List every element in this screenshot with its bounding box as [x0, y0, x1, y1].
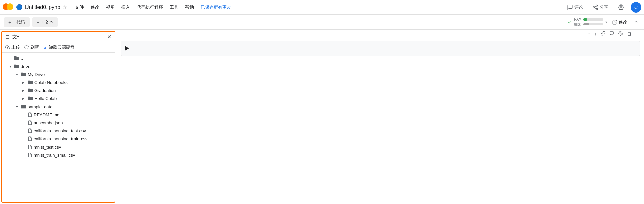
- tree-label-mnist-test: mnist_test.csv: [34, 145, 61, 150]
- edit-button[interactable]: 修改: [610, 18, 630, 27]
- tree-label-drive: drive: [21, 64, 30, 69]
- menu-file[interactable]: 文件: [72, 3, 87, 12]
- chevron-mydrive: [15, 73, 19, 76]
- refresh-label: 刷新: [30, 44, 39, 50]
- cell-content-area[interactable]: [133, 41, 640, 56]
- menu-runtime[interactable]: 代码执行程序: [134, 3, 166, 12]
- tree-item-drive[interactable]: drive: [2, 62, 115, 70]
- tree-label-sample-data: sample_data: [28, 104, 52, 109]
- disk-row: 磁盘: [574, 22, 603, 27]
- tree-item-mydrive[interactable]: My Drive: [2, 70, 115, 78]
- sidebar-close-button[interactable]: ✕: [107, 34, 111, 40]
- add-text-label: + 文本: [41, 19, 53, 25]
- svg-line-6: [594, 6, 596, 7]
- star-icon[interactable]: ☆: [62, 4, 67, 10]
- notebook-area: ↑ ↓ 🗑 ⋮: [117, 30, 644, 204]
- svg-point-2: [596, 5, 598, 6]
- menu-view[interactable]: 视图: [103, 3, 117, 12]
- chevron-drive: [9, 65, 13, 68]
- tree-item-graduation[interactable]: Graduation: [2, 86, 115, 94]
- upload-icon: [5, 45, 10, 50]
- unmount-drive-button[interactable]: ▲ 卸载云端硬盘: [43, 44, 75, 50]
- sidebar-menu-icon[interactable]: ☰: [5, 34, 10, 40]
- header-right: 评论 分享 C: [564, 2, 641, 13]
- code-cell: [121, 41, 640, 56]
- unmount-label: 卸载云端硬盘: [49, 44, 75, 50]
- refresh-button[interactable]: 刷新: [24, 44, 39, 50]
- settings-cell-icon[interactable]: [617, 30, 624, 37]
- delete-cell-icon[interactable]: 🗑: [626, 30, 633, 37]
- add-code-button[interactable]: + + 代码: [4, 17, 30, 27]
- tree-item-sample-data[interactable]: sample_data: [2, 103, 115, 111]
- menu-tools[interactable]: 工具: [167, 3, 181, 12]
- disk-bar-track: [583, 23, 603, 25]
- tree-item-mnist-train[interactable]: mnist_train_small.csv: [2, 151, 115, 159]
- ram-label: RAM: [574, 17, 582, 21]
- collapse-button[interactable]: [633, 18, 640, 26]
- tree-item-hello-colab[interactable]: Hello Colab: [2, 94, 115, 103]
- add-code-label: + 代码: [13, 19, 25, 25]
- file-icon-mnist-test: [28, 144, 32, 150]
- upload-label: 上传: [11, 44, 20, 50]
- tree-label-mydrive: My Drive: [28, 72, 45, 77]
- ram-bar-track: [583, 18, 603, 21]
- svg-point-4: [596, 8, 598, 10]
- comment-cell-icon[interactable]: [608, 30, 615, 37]
- share-button[interactable]: 分享: [590, 3, 611, 12]
- main-layout: ☰ 文件 ✕ 上传 刷新 ▲ 卸载云端硬盘: [0, 30, 644, 204]
- comment-button[interactable]: 评论: [564, 3, 586, 12]
- tree-label-anscombe: anscombe.json: [34, 120, 63, 125]
- app-header: 🔵 Untitled0.ipynb ☆ 文件 修改 视图 插入 代码执行程序 工…: [0, 0, 644, 15]
- menu-help[interactable]: 帮助: [182, 3, 197, 12]
- user-avatar[interactable]: C: [631, 2, 641, 13]
- tree-item-readme[interactable]: README.md: [2, 111, 115, 119]
- ram-bar-fill: [583, 18, 587, 21]
- disk-bar-fill: [583, 23, 589, 25]
- tree-item-ca-test[interactable]: california_housing_test.csv: [2, 127, 115, 135]
- resource-indicator[interactable]: RAM 磁盘 ▾: [567, 17, 607, 27]
- tree-item-dotdot[interactable]: ..: [2, 54, 115, 62]
- tree-item-ca-train[interactable]: california_housing_train.csv: [2, 135, 115, 143]
- svg-point-3: [593, 6, 595, 8]
- comment-icon: [567, 4, 573, 10]
- link-icon[interactable]: [600, 30, 606, 37]
- folder-icon-hello-colab: [28, 96, 33, 101]
- menu-bar: 文件 修改 视图 插入 代码执行程序 工具 帮助 已保存所有更改: [72, 3, 231, 12]
- settings-button[interactable]: [615, 3, 627, 12]
- chevron-colab-notebooks: [22, 81, 26, 84]
- svg-point-7: [620, 6, 622, 8]
- folder-icon-dotdot: [14, 55, 19, 61]
- tree-label-colab-notebooks: Colab Notebooks: [34, 80, 68, 85]
- run-cell-button[interactable]: [121, 41, 133, 56]
- file-icon-ca-test: [28, 128, 32, 133]
- doc-title-group: 🔵 Untitled0.ipynb ☆: [16, 4, 67, 10]
- disk-label: 磁盘: [574, 22, 582, 27]
- pencil-icon: [612, 20, 617, 25]
- share-label: 分享: [600, 4, 608, 10]
- tree-label-ca-test: california_housing_test.csv: [34, 128, 86, 133]
- move-down-icon[interactable]: ↓: [593, 30, 598, 37]
- cell-toolbar: ↑ ↓ 🗑 ⋮: [117, 30, 644, 38]
- refresh-icon: [24, 45, 29, 50]
- svg-point-9: [620, 33, 621, 34]
- more-options-icon[interactable]: ⋮: [635, 30, 641, 37]
- add-text-button[interactable]: + + 文本: [32, 17, 58, 27]
- share-icon: [592, 4, 598, 10]
- ram-row: RAM: [574, 17, 603, 21]
- edit-label: 修改: [619, 19, 627, 25]
- doc-title-text[interactable]: Untitled0.ipynb: [25, 4, 60, 10]
- resource-dropdown-arrow[interactable]: ▾: [605, 20, 607, 24]
- chevron-hello-colab: [22, 97, 26, 100]
- tree-item-colab-notebooks[interactable]: Colab Notebooks: [2, 78, 115, 86]
- file-browser-sidebar: ☰ 文件 ✕ 上传 刷新 ▲ 卸载云端硬盘: [1, 31, 115, 203]
- tree-item-mnist-test[interactable]: mnist_test.csv: [2, 143, 115, 151]
- menu-edit[interactable]: 修改: [88, 3, 102, 12]
- tree-item-anscombe[interactable]: anscombe.json: [2, 119, 115, 127]
- google-drive-icon: ▲: [43, 45, 47, 50]
- move-up-icon[interactable]: ↑: [587, 30, 591, 37]
- menu-insert[interactable]: 插入: [119, 3, 133, 12]
- file-icon-mnist-train: [28, 152, 32, 158]
- sidebar-title: 文件: [12, 34, 22, 40]
- upload-button[interactable]: 上传: [5, 44, 20, 50]
- tree-label-dotdot: ..: [21, 56, 23, 61]
